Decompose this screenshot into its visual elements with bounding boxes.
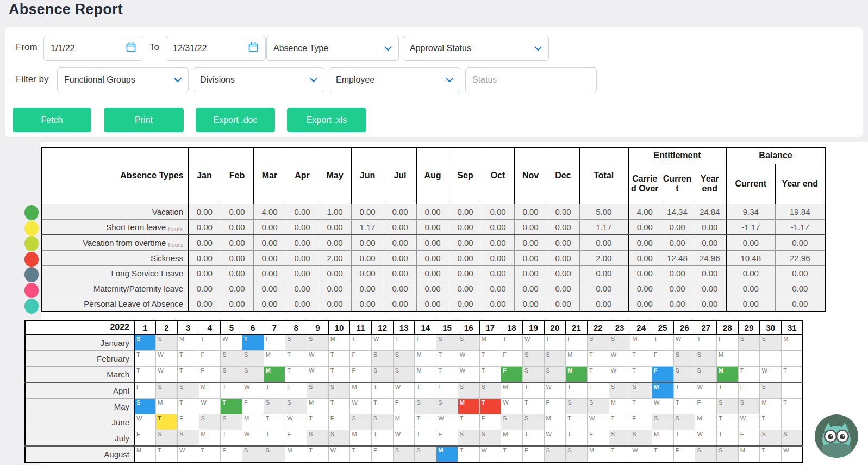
calendar-day-cell: S [609, 430, 630, 447]
calendar-section: 2022123456789101112131415161718192021222… [24, 320, 803, 463]
month-value: 0.00 [514, 265, 547, 281]
summary-table: Absence TypesJanFebMarAprMayJunJulAugSep… [41, 147, 826, 312]
calendar-day-cell: T [630, 367, 652, 383]
calendar-day-cell: T [436, 351, 458, 367]
employee-select[interactable]: Employee [329, 67, 460, 92]
month-value: 0.00 [286, 204, 319, 219]
calendar-day-cell: S [673, 414, 695, 430]
calendar-day-cell: T [652, 334, 674, 351]
day-number-header: 28 [717, 320, 739, 334]
owl-chat-widget[interactable] [814, 413, 859, 459]
calendar-day-cell: W [738, 414, 760, 430]
month-label: August [25, 446, 134, 462]
day-number-header: 6 [242, 320, 264, 334]
absence-type-label: Long Service Leave [41, 265, 188, 281]
calendar-day-cell [760, 351, 782, 367]
calendar-day-cell: S [458, 382, 479, 399]
ent-current-value: 0.00 [661, 296, 694, 312]
calendar-day-cell: M [134, 446, 156, 462]
calendar-day-cell: W [695, 430, 717, 447]
bal-year-end-value: 0.00 [775, 265, 825, 281]
from-date-input[interactable]: 1/1/22 [43, 36, 143, 61]
status-input[interactable] [465, 67, 597, 92]
calendar-day-cell: S [372, 351, 394, 367]
calendar-day-cell: M [199, 430, 221, 447]
approval-status-select[interactable]: Approval Status [403, 36, 549, 61]
month-value: 0.00 [449, 204, 482, 219]
month-value: 0.00 [482, 235, 514, 251]
month-value: 0.00 [514, 204, 547, 219]
month-header: Dec [547, 147, 579, 204]
absence-type-select[interactable]: Absence Type [266, 36, 399, 61]
calendar-day-cell: W [393, 382, 415, 399]
calendar-day-cell: M [156, 399, 178, 414]
employee-value: Employee [336, 75, 441, 85]
day-number-header: 11 [350, 320, 372, 334]
balance-header: Balance [726, 147, 825, 164]
month-value: 0.00 [253, 219, 286, 235]
calendar-day-cell: T [221, 399, 242, 414]
calendar-day-cell: S [738, 399, 760, 414]
calendar-day-cell: M [177, 334, 199, 351]
calendar-day-cell: F [479, 414, 501, 430]
calendar-day-cell: W [630, 446, 652, 462]
calendar-day-cell: T [782, 399, 803, 414]
month-value: 0.00 [482, 296, 514, 312]
fetch-button[interactable]: Fetch [13, 108, 91, 132]
calendar-day-cell: T [566, 430, 588, 447]
day-number-header: 5 [221, 320, 242, 334]
calendar-day-cell: T [436, 367, 458, 383]
calendar-day-cell: M [630, 334, 652, 351]
day-number-header: 19 [522, 320, 544, 334]
calendar-day-cell: M [738, 446, 760, 462]
calendar-day-cell: T [328, 399, 350, 414]
calendar-day-cell: F [673, 446, 695, 462]
calendar-day-cell: F [695, 399, 717, 414]
bal-current-header: Current [726, 164, 775, 204]
day-number-header: 17 [479, 320, 501, 334]
calendar-day-cell: W [156, 367, 178, 383]
calendar-day-cell: S [242, 367, 264, 383]
to-date-input[interactable]: 12/31/22 [166, 36, 266, 61]
month-value: 0.00 [351, 204, 384, 219]
calendar-icon[interactable] [248, 42, 259, 55]
export-doc-button[interactable]: Export .doc [196, 108, 275, 132]
calendar-day-cell: M [652, 382, 674, 399]
day-number-header: 22 [587, 320, 609, 334]
calendar-day-cell: T [717, 414, 739, 430]
bal-year-end-value: 0.00 [775, 296, 825, 312]
month-value: 0.00 [482, 250, 514, 265]
calendar-month-row: JanuarySSMTWTFSSMTWTFSSMTWTFSSMTWTFSSM [25, 334, 803, 351]
month-value: 0.00 [253, 265, 286, 281]
month-value: 1.17 [351, 219, 384, 235]
day-number-header: 25 [652, 320, 674, 334]
ent-year-end-value: 0.00 [694, 265, 726, 281]
day-number-header: 9 [307, 320, 329, 334]
calendar-day-cell: M [350, 382, 372, 399]
month-value: 1.00 [319, 204, 351, 219]
print-button[interactable]: Print [104, 108, 184, 132]
month-value: 0.00 [319, 281, 351, 296]
export-xls-button[interactable]: Export .xls [287, 108, 366, 132]
functional-groups-select[interactable]: Functional Groups [57, 67, 189, 92]
month-label: March [25, 367, 134, 383]
calendar-day-cell: M [264, 351, 285, 367]
bal-year-end-value: 22.96 [775, 250, 825, 265]
carried-over-value: 0.00 [628, 296, 661, 312]
month-value: 0.00 [416, 265, 449, 281]
filter-by-label: Filter by [16, 74, 48, 85]
calendar-day-cell [738, 351, 760, 367]
month-value: 0.00 [547, 250, 579, 265]
ent-current-value: 0.00 [661, 235, 694, 251]
bal-current-value: 0.00 [726, 235, 775, 251]
calendar-day-cell: F [264, 334, 285, 351]
calendar-day-cell: F [501, 351, 523, 367]
table-row: Long Service Leave0.000.000.000.000.000.… [41, 265, 825, 281]
calendar-day-cell: S [221, 367, 242, 383]
calendar-day-cell: T [350, 334, 372, 351]
calendar-day-cell: M [501, 430, 523, 447]
month-value: 0.00 [384, 235, 416, 251]
calendar-day-cell: S [221, 351, 242, 367]
divisions-select[interactable]: Divisions [193, 67, 324, 92]
calendar-icon[interactable] [126, 42, 136, 55]
